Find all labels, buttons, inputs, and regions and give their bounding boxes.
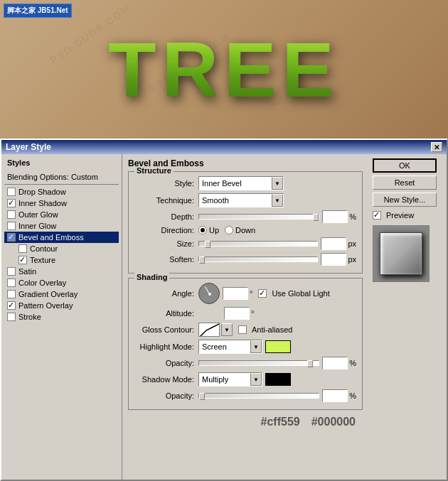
angle-input[interactable]: 120 [223, 287, 248, 300]
sidebar-item-contour[interactable]: Contour [4, 243, 119, 254]
new-style-button[interactable]: New Style... [373, 193, 437, 207]
shadow-mode-arrow[interactable]: ▼ [250, 373, 262, 386]
drop-shadow-checkbox[interactable] [7, 188, 16, 196]
sidebar-item-inner-glow[interactable]: Inner Glow [4, 220, 119, 232]
sidebar-item-bevel-emboss[interactable]: Bevel and Emboss [4, 232, 119, 243]
highlight-opacity-slider[interactable] [198, 360, 319, 366]
preview-row: Preview [373, 211, 442, 220]
blending-options-item[interactable]: Blending Options: Custom [4, 171, 119, 183]
contour-label: Contour [30, 244, 58, 253]
altitude-label: Altitude: [134, 309, 198, 318]
direction-radio-group: Up Down [198, 226, 255, 234]
sidebar-item-gradient-overlay[interactable]: Gradient Overlay [4, 288, 119, 300]
highlight-hex: #cff559 [261, 416, 300, 428]
depth-slider[interactable] [198, 214, 319, 220]
contour-checkbox[interactable] [18, 244, 27, 253]
technique-row: Technique: Smooth ▼ [134, 193, 356, 207]
anti-aliased-checkbox[interactable] [238, 325, 247, 334]
sidebar-item-color-overlay[interactable]: Color Overlay [4, 277, 119, 288]
use-global-light-row[interactable]: Use Global Light [258, 289, 329, 298]
altitude-input[interactable]: 30 [224, 307, 250, 320]
style-select[interactable]: Inner Bevel ▼ [198, 176, 284, 190]
shadow-opacity-input[interactable]: 0 [322, 389, 348, 402]
bevel-emboss-checkbox[interactable] [7, 233, 16, 242]
shadow-color-swatch[interactable] [265, 373, 291, 386]
style-label: Style: [134, 179, 198, 188]
direction-up-item[interactable]: Up [198, 226, 219, 234]
contour-preview[interactable] [198, 323, 220, 337]
sidebar-item-satin[interactable]: Satin [4, 266, 119, 277]
direction-row: Direction: Up Down [134, 226, 356, 234]
shading-group: Shading Angle: 120 ° Use Global Light [128, 278, 363, 410]
direction-up-radio[interactable] [198, 226, 207, 234]
shadow-opacity-thumb[interactable] [199, 393, 205, 400]
outer-glow-checkbox[interactable] [7, 210, 16, 219]
size-slider[interactable] [198, 241, 318, 247]
style-dropdown-arrow[interactable]: ▼ [272, 177, 283, 190]
outer-glow-label: Outer Glow [18, 210, 58, 219]
highlight-opacity-thumb[interactable] [307, 360, 313, 367]
gradient-overlay-checkbox[interactable] [7, 290, 16, 298]
highlight-color-swatch[interactable] [265, 340, 291, 353]
shadow-mode-select[interactable]: Multiply ▼ [198, 372, 262, 387]
size-thumb[interactable] [205, 241, 210, 248]
sidebar-item-inner-shadow[interactable]: Inner Shadow [4, 198, 119, 209]
soften-slider[interactable] [198, 256, 318, 262]
sidebar-item-drop-shadow[interactable]: Drop Shadow [4, 186, 119, 198]
contour-svg [199, 323, 220, 337]
dialog-titlebar: Layer Style ✕ [1, 140, 447, 154]
logo-en: JB51.Net [38, 6, 68, 14]
preview-checkbox[interactable] [373, 211, 381, 220]
altitude-unit: ° [251, 309, 254, 318]
soften-input[interactable]: 0 [321, 253, 346, 266]
technique-select[interactable]: Smooth ▼ [198, 193, 284, 207]
reset-button[interactable]: Reset [373, 175, 437, 190]
inner-shadow-checkbox[interactable] [7, 199, 16, 207]
shadow-opacity-slider[interactable] [198, 393, 319, 399]
shadow-opacity-row: Opacity: 0 % [134, 389, 356, 402]
preview-area: 脚本之家 JB51.Net PSD-DUDE.COM PSD-DUDE.COM … [0, 0, 448, 139]
sidebar-item-stroke[interactable]: Stroke [4, 311, 119, 323]
gradient-overlay-label: Gradient Overlay [18, 290, 78, 298]
ok-button[interactable]: OK [373, 158, 437, 173]
technique-dropdown-arrow[interactable]: ▼ [272, 194, 283, 207]
shadow-hex: #000000 [311, 416, 356, 428]
left-panel: Styles Blending Options: Custom Drop Sha… [1, 154, 122, 480]
structure-label: Structure [134, 166, 174, 175]
inner-glow-checkbox[interactable] [7, 222, 16, 230]
sidebar-item-outer-glow[interactable]: Outer Glow [4, 209, 119, 220]
technique-value: Smooth [199, 196, 272, 205]
color-hints: #cff559 #000000 [128, 414, 363, 430]
highlight-mode-select[interactable]: Screen ▼ [198, 340, 262, 354]
tree-preview: TREE [108, 24, 339, 114]
direction-down-radio[interactable] [225, 226, 233, 234]
styles-title: Styles [4, 157, 119, 168]
satin-checkbox[interactable] [7, 267, 16, 276]
soften-row: Soften: 0 px [134, 253, 356, 266]
highlight-opacity-input[interactable]: 92 [322, 357, 348, 369]
stroke-checkbox[interactable] [7, 313, 16, 321]
highlight-opacity-row: Opacity: 92 % [134, 357, 356, 369]
close-button[interactable]: ✕ [431, 142, 442, 152]
size-unit: px [348, 239, 356, 248]
contour-dropdown-arrow[interactable]: ▼ [221, 323, 233, 336]
highlight-mode-arrow[interactable]: ▼ [250, 340, 262, 353]
sidebar-item-pattern-overlay[interactable]: Pattern Overlay [4, 300, 119, 311]
direction-down-item[interactable]: Down [225, 226, 255, 234]
depth-thumb[interactable] [313, 214, 319, 221]
use-global-light-checkbox[interactable] [258, 289, 267, 298]
anti-aliased-row[interactable]: Anti-aliased [238, 325, 292, 334]
bevel-emboss-label: Bevel and Emboss [18, 233, 84, 242]
highlight-mode-value: Screen [199, 342, 250, 351]
pattern-overlay-checkbox[interactable] [7, 301, 16, 310]
size-input[interactable]: 3 [321, 237, 346, 250]
depth-input[interactable]: 100 [322, 210, 348, 223]
color-overlay-checkbox[interactable] [7, 279, 16, 287]
shadow-mode-label: Shadow Mode: [134, 375, 198, 384]
soften-thumb[interactable] [199, 256, 205, 264]
angle-widget[interactable] [198, 283, 220, 304]
sidebar-item-texture[interactable]: Texture [4, 254, 119, 266]
direction-up-label: Up [209, 226, 219, 234]
texture-checkbox[interactable] [18, 256, 27, 264]
preview-inner [380, 232, 422, 275]
